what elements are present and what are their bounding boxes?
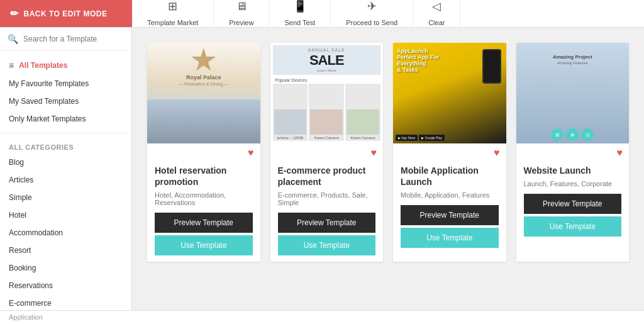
sidebar-item-my-saved[interactable]: My Saved Templates <box>0 92 131 110</box>
sidebar-item-simple[interactable]: Simple <box>0 189 131 206</box>
sidebar-item-hotel[interactable]: Hotel <box>0 206 131 224</box>
filter-icon: ≡ <box>9 60 14 70</box>
heart-icon-hotel[interactable]: ♥ <box>147 143 260 159</box>
use-template-button-ecommerce[interactable]: Use Template <box>278 235 376 255</box>
template-tags-ecommerce: E-commerce, Products, Sale, Simple <box>278 191 376 206</box>
template-preview-hotel: Royal Palace — Relaxation & Dining — <box>147 43 260 143</box>
clear-icon: ◁ <box>432 0 441 14</box>
template-preview-ecommerce: ANNUAL SALE SALE Learn More Popular Devi… <box>270 43 384 143</box>
template-info-hotel: Hotel reservation promotion Hotel, Accom… <box>147 159 260 262</box>
template-grid: Royal Palace — Relaxation & Dining — ♥ H… <box>142 38 634 267</box>
use-template-button-website[interactable]: Use Template <box>524 216 622 237</box>
template-title-hotel: Hotel reservation promotion <box>155 165 253 187</box>
template-tags-app: Mobile, Application, Features <box>401 191 499 199</box>
nav-clear[interactable]: ◁ Clear <box>413 0 460 27</box>
preview-template-button-hotel[interactable]: Preview Template <box>155 213 253 233</box>
bottom-bar: Application <box>0 310 644 324</box>
sale-product-1: iphone – 1299$ <box>273 84 308 141</box>
heart-icon-ecommerce[interactable]: ♥ <box>270 143 384 159</box>
sidebar-item-my-favourite[interactable]: My Favourite Templates <box>0 75 131 92</box>
template-title-ecommerce: E-commerce product placement <box>278 165 376 187</box>
search-bar: 🔍 <box>0 28 131 51</box>
nav-template-market[interactable]: ⊞ Template Market <box>132 0 214 27</box>
sidebar-item-ecommerce[interactable]: E-commerce <box>0 294 131 310</box>
heart-icon-app[interactable]: ♥ <box>393 143 506 159</box>
sidebar-item-blog[interactable]: Blog <box>0 154 131 171</box>
preview-template-button-website[interactable]: Preview Template <box>524 194 622 214</box>
sale-products: iphone – 1299$ Karen Camera Karen Camera <box>273 84 381 141</box>
sidebar-item-only-market[interactable]: Only Market Templates <box>0 110 131 128</box>
preview-template-button-ecommerce[interactable]: Preview Template <box>278 213 376 233</box>
send-test-icon: 📱 <box>293 0 307 14</box>
sidebar-item-all-templates[interactable]: ≡ All Templates <box>0 56 131 75</box>
bottom-bar-text: Application <box>9 313 43 321</box>
sale-banner: ANNUAL SALE SALE Learn More <box>273 45 381 75</box>
template-card-website: Amazing Project Amazing Features ⊞ ⊕ ◎ ♥… <box>516 43 630 262</box>
sale-product-3: Karen Camera <box>345 84 380 141</box>
sidebar-item-reservations[interactable]: Reservations <box>0 277 131 294</box>
categories-heading: All Categories <box>0 138 131 154</box>
sidebar-item-articles[interactable]: Articles <box>0 171 131 189</box>
template-info-ecommerce: E-commerce product placement E-commerce,… <box>270 159 384 262</box>
template-tags-website: Launch, Features, Corporate <box>524 180 622 187</box>
search-input[interactable] <box>23 35 124 43</box>
sidebar-item-resort[interactable]: Resort <box>0 242 131 259</box>
template-info-app: Mobile Application Launch Mobile, Applic… <box>393 159 506 262</box>
sale-product-2: Karen Camera <box>309 84 344 141</box>
preview-icon: 🖥 <box>236 0 247 14</box>
template-card-mobile-app: AppLaunchPerfect App ForEverything& Task… <box>393 43 506 262</box>
nav-preview[interactable]: 🖥 Preview <box>214 0 269 27</box>
template-card-ecommerce: ANNUAL SALE SALE Learn More Popular Devi… <box>270 43 384 262</box>
template-market-icon: ⊞ <box>168 0 177 14</box>
template-tags-hotel: Hotel, Accommodation, Reservations <box>155 191 253 206</box>
sidebar-item-booking[interactable]: Booking <box>0 259 131 277</box>
nav-items: ⊞ Template Market 🖥 Preview 📱 Send Test … <box>132 0 644 27</box>
proceed-icon: ✈ <box>367 0 377 14</box>
sidebar-item-accommodation[interactable]: Accommodation <box>0 224 131 242</box>
categories-section: All Categories Blog Articles Simple Hote… <box>0 133 131 310</box>
back-arrow-icon: ✏ <box>10 8 19 20</box>
nav-send-test[interactable]: 📱 Send Test <box>269 0 331 27</box>
back-to-edit-button[interactable]: ✏ BACK TO EDIT MODE <box>0 0 132 27</box>
app-phone-graphic <box>482 49 501 84</box>
sidebar: 🔍 ≡ All Templates My Favourite Templates… <box>0 28 132 310</box>
template-type-section: ≡ All Templates My Favourite Templates M… <box>0 51 131 133</box>
preview-template-button-app[interactable]: Preview Template <box>401 205 499 225</box>
template-preview-app: AppLaunchPerfect App ForEverything& Task… <box>393 43 506 143</box>
top-navigation: ✏ BACK TO EDIT MODE ⊞ Template Market 🖥 … <box>0 0 644 28</box>
heart-icon-website[interactable]: ♥ <box>516 143 630 159</box>
nav-proceed-to-send[interactable]: ✈ Proceed to Send <box>331 0 413 27</box>
template-title-app: Mobile Application Launch <box>401 165 499 187</box>
template-info-website: Website Launch Launch, Features, Corpora… <box>516 159 630 262</box>
use-template-button-app[interactable]: Use Template <box>401 228 499 248</box>
main-layout: 🔍 ≡ All Templates My Favourite Templates… <box>0 28 644 310</box>
template-preview-website: Amazing Project Amazing Features ⊞ ⊕ ◎ <box>516 43 630 143</box>
template-card-hotel-reservation: Royal Palace — Relaxation & Dining — ♥ H… <box>147 43 260 262</box>
search-icon: 🔍 <box>8 34 18 44</box>
use-template-button-hotel[interactable]: Use Template <box>155 235 253 255</box>
template-title-website: Website Launch <box>524 165 622 176</box>
template-content-area: Royal Palace — Relaxation & Dining — ♥ H… <box>132 28 644 310</box>
